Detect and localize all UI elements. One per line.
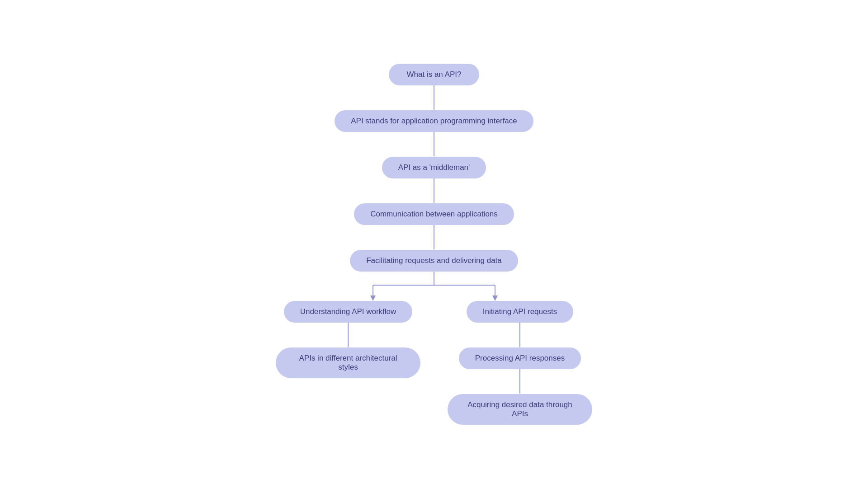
connector-4 xyxy=(434,225,434,250)
svg-marker-5 xyxy=(434,198,434,203)
right-branch: Initiating API requests Processing API r… xyxy=(448,301,592,425)
connector-right-2 xyxy=(519,369,520,394)
svg-marker-11 xyxy=(370,296,376,301)
node-acquiring-data: Acquiring desired data through APIs xyxy=(448,394,592,425)
svg-marker-7 xyxy=(434,244,434,250)
svg-marker-13 xyxy=(492,296,498,301)
node-architectural-styles: APIs in different architectural styles xyxy=(276,347,420,378)
flowchart-diagram: What is an API? API stands for applicati… xyxy=(276,64,592,425)
connector-2 xyxy=(434,132,434,157)
node-what-is-api: What is an API? xyxy=(389,64,479,85)
node-understanding-workflow: Understanding API workflow xyxy=(284,301,413,323)
connector-right-1 xyxy=(519,323,520,347)
node-communication: Communication between applications xyxy=(354,203,514,225)
svg-marker-15 xyxy=(348,342,349,347)
left-branch: Understanding API workflow APIs in diffe… xyxy=(276,301,420,378)
node-facilitating: Facilitating requests and delivering dat… xyxy=(350,250,518,272)
node-api-stands-for: API stands for application programming i… xyxy=(335,110,533,132)
connector-left xyxy=(348,323,349,347)
svg-marker-1 xyxy=(434,105,434,110)
branch-connector-svg xyxy=(321,272,547,301)
node-processing-responses: Processing API responses xyxy=(459,347,581,369)
node-api-middleman: API as a 'middleman' xyxy=(382,157,486,178)
svg-marker-19 xyxy=(519,389,520,394)
connector-1 xyxy=(434,85,434,110)
connector-3 xyxy=(434,178,434,203)
svg-marker-3 xyxy=(434,151,434,157)
node-initiating-requests: Initiating API requests xyxy=(467,301,573,323)
branch-section: Understanding API workflow APIs in diffe… xyxy=(276,301,592,425)
svg-marker-17 xyxy=(519,342,520,347)
